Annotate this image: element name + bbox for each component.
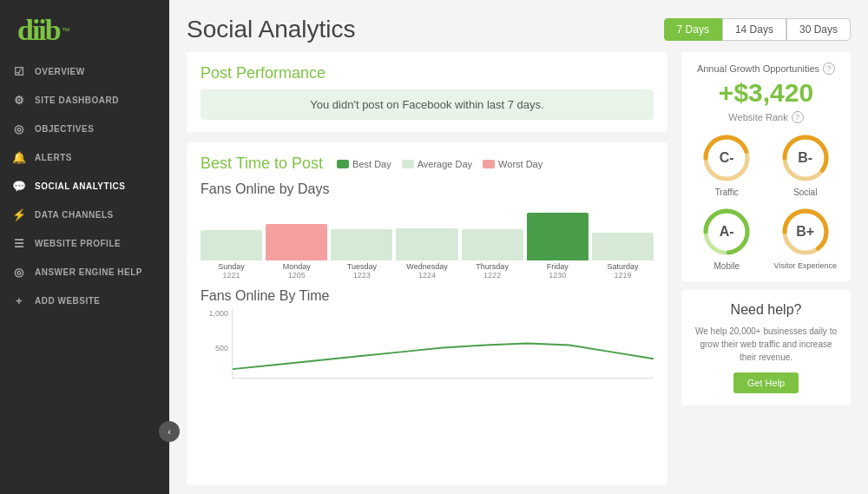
legend-color-best bbox=[337, 160, 349, 168]
bar-thursday-fill bbox=[462, 229, 523, 260]
day-name-thursday: Thursday bbox=[462, 262, 523, 271]
sidebar-item-social-analytics[interactable]: 💬 Social Analytics bbox=[0, 172, 169, 201]
sidebar-label-alerts: Alerts bbox=[35, 153, 72, 162]
day-name-friday: Friday bbox=[527, 262, 589, 271]
sidebar-label-objectives: Objectives bbox=[35, 124, 94, 134]
website-rank-title: Website Rank ? bbox=[692, 111, 840, 123]
sidebar-item-data-channels[interactable]: ⚡ Data Channels bbox=[0, 201, 169, 229]
y-label-500: 500 bbox=[201, 344, 228, 352]
rank-circle-mobile: A- bbox=[700, 206, 753, 258]
sidebar-item-website-profile[interactable]: ☰ Website Profile bbox=[0, 229, 169, 258]
day-label-thursday: Thursday 1222 bbox=[462, 262, 523, 280]
logo-tm: ™ bbox=[62, 26, 70, 36]
data-channels-icon: ⚡ bbox=[12, 208, 26, 221]
day-name-wednesday: Wednesday bbox=[396, 262, 457, 271]
growth-card: Annual Growth Opportunities ? +$3,420 We… bbox=[681, 52, 851, 281]
bar-tuesday-fill bbox=[331, 229, 392, 260]
rank-label-traffic: Traffic bbox=[715, 188, 739, 197]
sidebar: diib™ ☑ Overview ⚙ Site Dashboard ◎ Obje… bbox=[0, 0, 169, 494]
bar-saturday bbox=[592, 233, 654, 260]
legend-best-day: Best Day bbox=[337, 159, 391, 169]
bar-sunday bbox=[201, 230, 262, 260]
sidebar-label-social-analytics: Social Analytics bbox=[35, 181, 125, 191]
legend-label-worst: Worst Day bbox=[498, 159, 542, 169]
bar-thursday bbox=[462, 229, 523, 260]
help-text: We help 20,000+ businesses daily to grow… bbox=[692, 325, 840, 364]
left-panel: Post Performance You didn't post on Face… bbox=[187, 52, 667, 485]
day-value-friday: 1230 bbox=[527, 271, 589, 280]
rank-item-social: B- Social bbox=[771, 132, 841, 197]
social-analytics-icon: 💬 bbox=[12, 180, 26, 193]
rank-label-mobile: Mobile bbox=[714, 261, 740, 271]
day-value-saturday: 1219 bbox=[592, 271, 654, 280]
post-performance-title: Post Performance bbox=[201, 64, 654, 82]
website-rank-info-icon[interactable]: ? bbox=[792, 111, 804, 123]
sidebar-label-website-profile: Website Profile bbox=[35, 239, 121, 248]
tab-30-days[interactable]: 30 Days bbox=[786, 18, 851, 41]
tab-7-days[interactable]: 7 Days bbox=[664, 18, 722, 41]
bar-sunday-fill bbox=[201, 230, 262, 260]
day-name-saturday: Saturday bbox=[592, 262, 654, 271]
legend-color-average bbox=[402, 160, 414, 168]
sidebar-label-site-dashboard: Site Dashboard bbox=[35, 96, 119, 105]
day-label-wednesday: Wednesday 1224 bbox=[396, 262, 457, 280]
right-panel: Annual Growth Opportunities ? +$3,420 We… bbox=[681, 52, 851, 485]
sidebar-collapse-button[interactable]: ‹ bbox=[159, 421, 180, 442]
sidebar-item-alerts[interactable]: 🔔 Alerts bbox=[0, 143, 169, 172]
rank-circle-social: B- bbox=[779, 132, 832, 184]
day-value-wednesday: 1224 bbox=[396, 271, 457, 280]
objectives-icon: ◎ bbox=[12, 122, 26, 135]
answer-engine-icon: ◎ bbox=[12, 266, 26, 279]
bar-saturday-fill bbox=[592, 233, 654, 260]
legend-worst-day: Worst Day bbox=[483, 159, 542, 169]
rank-circle-visitor: B+ bbox=[779, 206, 832, 258]
sidebar-item-objectives[interactable]: ◎ Objectives bbox=[0, 115, 169, 143]
help-title: Need help? bbox=[692, 302, 840, 318]
sidebar-label-answer-engine: Answer Engine Help bbox=[35, 267, 142, 277]
line-chart-container: 1,000 500 bbox=[201, 309, 654, 379]
best-time-section: Best Time to Post Best Day Average Day bbox=[187, 142, 667, 485]
page-header: Social Analytics 7 Days 14 Days 30 Days bbox=[169, 0, 868, 52]
day-name-monday: Monday bbox=[266, 262, 327, 271]
bars-container bbox=[201, 204, 654, 260]
line-chart bbox=[232, 309, 654, 379]
rank-grade-mobile: A- bbox=[720, 224, 734, 240]
main-content: Social Analytics 7 Days 14 Days 30 Days … bbox=[169, 0, 868, 494]
rank-grade-social: B- bbox=[798, 150, 812, 166]
sidebar-label-overview: Overview bbox=[35, 67, 85, 76]
best-time-header: Best Time to Post Best Day Average Day bbox=[201, 155, 654, 173]
rank-label-social: Social bbox=[793, 188, 817, 197]
day-value-tuesday: 1223 bbox=[331, 271, 392, 280]
growth-info-icon[interactable]: ? bbox=[823, 63, 835, 75]
line-chart-svg bbox=[233, 309, 654, 378]
day-label-tuesday: Tuesday 1223 bbox=[331, 262, 392, 280]
sidebar-item-answer-engine-help[interactable]: ◎ Answer Engine Help bbox=[0, 258, 169, 287]
help-button[interactable]: Get Help bbox=[733, 372, 799, 393]
legend-label-average: Average Day bbox=[418, 159, 472, 169]
day-labels: Sunday 1221 Monday 1205 Tuesday 1223 Wed… bbox=[201, 262, 654, 280]
bar-tuesday bbox=[331, 229, 392, 260]
growth-title: Annual Growth Opportunities ? bbox=[692, 63, 840, 75]
rank-grade-visitor: B+ bbox=[796, 224, 814, 240]
day-label-saturday: Saturday 1219 bbox=[592, 262, 654, 280]
content-area: Post Performance You didn't post on Face… bbox=[169, 52, 868, 494]
day-label-friday: Friday 1230 bbox=[527, 262, 589, 280]
bar-wednesday-fill bbox=[396, 228, 457, 260]
sidebar-item-overview[interactable]: ☑ Overview bbox=[0, 57, 169, 86]
help-card: Need help? We help 20,000+ businesses da… bbox=[681, 290, 851, 405]
sidebar-item-site-dashboard[interactable]: ⚙ Site Dashboard bbox=[0, 86, 169, 115]
rank-item-mobile: A- Mobile bbox=[692, 206, 762, 271]
sidebar-label-data-channels: Data Channels bbox=[35, 210, 114, 220]
rank-grid: C- Traffic B- Social bbox=[692, 132, 840, 271]
legend-average-day: Average Day bbox=[402, 159, 472, 169]
day-value-thursday: 1222 bbox=[462, 271, 523, 280]
sidebar-item-add-website[interactable]: + Add Website bbox=[0, 287, 169, 315]
rank-circle-traffic: C- bbox=[700, 132, 753, 184]
add-website-icon: + bbox=[12, 294, 26, 307]
growth-amount: +$3,420 bbox=[692, 78, 840, 108]
bar-monday bbox=[266, 224, 327, 260]
bar-wednesday bbox=[396, 228, 457, 260]
alerts-icon: 🔔 bbox=[12, 151, 26, 164]
tab-14-days[interactable]: 14 Days bbox=[722, 18, 786, 41]
rank-label-visitor: Visitor Experience bbox=[774, 261, 837, 270]
